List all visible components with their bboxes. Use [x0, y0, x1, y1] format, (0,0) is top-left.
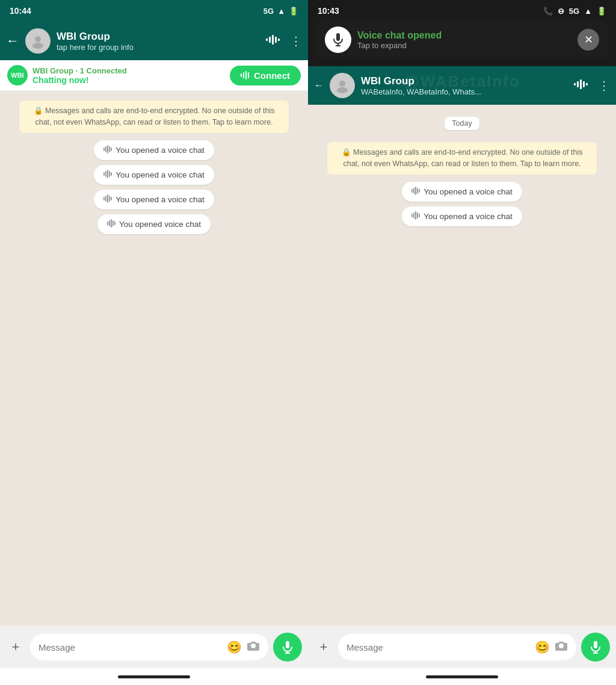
left-battery-icon: 🔋 [289, 7, 298, 16]
right-battery-icon: 🔋 [597, 7, 606, 16]
svg-rect-14 [109, 146, 110, 152]
left-network: 5G [263, 7, 274, 16]
svg-rect-43 [586, 83, 588, 85]
right-mic-circle [325, 26, 351, 53]
right-message-input[interactable] [346, 642, 530, 652]
left-emoji-icon[interactable]: 😊 [227, 640, 242, 654]
svg-rect-6 [278, 39, 280, 41]
right-camera-icon[interactable] [555, 640, 568, 654]
right-time: 10:43 [318, 6, 339, 16]
left-voice-msg-icon-3 [103, 194, 112, 205]
left-voice-msg-icon-4 [107, 219, 116, 229]
svg-rect-24 [109, 196, 110, 202]
left-status-icons: 5G ▲ 🔋 [263, 7, 298, 16]
svg-rect-7 [241, 73, 242, 77]
left-home-indicator [118, 675, 190, 678]
right-header-info[interactable]: WBI Group WABetaInfo, WABetaInfo, Whats.… [361, 75, 568, 96]
svg-rect-44 [411, 189, 413, 193]
svg-rect-29 [112, 220, 114, 226]
right-more-icon[interactable]: ⋮ [598, 78, 610, 93]
svg-rect-17 [105, 171, 106, 177]
left-signal-icon: ▲ [277, 7, 285, 16]
right-group-name: WBI Group [361, 75, 568, 87]
svg-rect-39 [574, 83, 576, 85]
svg-point-1 [32, 43, 43, 49]
svg-rect-30 [114, 222, 116, 225]
right-date-divider: Today [315, 117, 609, 130]
left-message-field[interactable]: 😊 [30, 634, 268, 660]
svg-rect-28 [111, 219, 112, 228]
svg-rect-3 [269, 37, 271, 43]
svg-rect-2 [266, 39, 268, 41]
svg-rect-54 [594, 641, 597, 648]
svg-rect-4 [272, 35, 274, 45]
right-back-button[interactable]: ← [314, 80, 324, 91]
left-voice-msg-text-4: You opened voice chat [119, 220, 201, 229]
left-plus-button[interactable]: + [6, 637, 25, 657]
left-header-info[interactable]: WBI Group tap here for group info [57, 31, 260, 52]
left-connect-button[interactable]: Connect [230, 66, 301, 85]
svg-rect-12 [105, 146, 106, 152]
left-avatar [25, 28, 51, 54]
right-waveform-icon[interactable] [574, 78, 590, 93]
left-group-name: WBI Group [57, 31, 260, 43]
left-voice-msg-1[interactable]: You opened a voice chat [94, 140, 214, 160]
right-input-bar: + 😊 [308, 626, 616, 668]
left-mic-button[interactable] [273, 633, 302, 662]
left-camera-icon[interactable] [247, 640, 260, 654]
svg-rect-51 [415, 211, 416, 220]
right-message-field[interactable]: 😊 [338, 634, 576, 660]
right-notif-title: Voice chat opened [357, 30, 571, 41]
right-chat-container: ← WBI Group WABetaInfo, WABetaInfo, What… [308, 66, 616, 685]
svg-rect-11 [103, 147, 105, 151]
svg-rect-19 [109, 171, 110, 177]
right-phone-panel: 10:43 📞 ⊖ 5G ▲ 🔋 Voice chat opened [308, 0, 616, 685]
svg-point-0 [35, 36, 41, 42]
left-back-button[interactable]: ← [6, 33, 19, 49]
right-notif-subtitle: Tap to expand [357, 41, 571, 50]
svg-rect-34 [336, 33, 340, 41]
left-time: 10:44 [10, 6, 31, 16]
right-voice-msg-icon-2 [411, 211, 420, 222]
right-chat-body: Today 🔒 Messages and calls are end-to-en… [308, 105, 616, 626]
left-waveform-icon[interactable] [266, 34, 282, 49]
left-encryption-notice[interactable]: 🔒 Messages and calls are end-to-end encr… [19, 101, 289, 133]
left-voice-msg-text-3: You opened a voice chat [116, 195, 204, 204]
left-chat-header: ← WBI Group tap here for group info ⋮ [0, 22, 308, 60]
left-more-icon[interactable]: ⋮ [290, 34, 302, 48]
right-avatar [330, 73, 355, 98]
right-emoji-icon[interactable]: 😊 [535, 640, 550, 654]
right-voice-notification[interactable]: Voice chat opened Tap to expand ✕ [316, 20, 608, 59]
svg-rect-46 [415, 187, 416, 195]
svg-rect-10 [248, 72, 249, 78]
svg-rect-18 [107, 170, 108, 178]
right-chat-header: ← WBI Group WABetaInfo, WABetaInfo, What… [308, 66, 616, 105]
left-voice-msg-3[interactable]: You opened a voice chat [94, 190, 214, 209]
left-message-input[interactable] [38, 642, 222, 652]
svg-rect-5 [275, 37, 277, 43]
right-voice-msg-2[interactable]: You opened a voice chat [402, 206, 522, 226]
left-header-subtitle: tap here for group info [57, 43, 260, 52]
svg-rect-23 [107, 194, 108, 203]
left-wbi-badge: WBI [7, 65, 28, 85]
left-voice-msg-4[interactable]: You opened voice chat [97, 214, 211, 234]
svg-rect-49 [411, 214, 413, 217]
right-voice-msg-text-1: You opened a voice chat [424, 187, 512, 196]
right-plus-button[interactable]: + [314, 637, 333, 657]
left-input-bar: + 😊 [0, 626, 308, 668]
left-connected-text: WBI Group · 1 Connected [32, 66, 225, 75]
svg-rect-53 [419, 214, 420, 217]
right-encryption-notice[interactable]: 🔒 Messages and calls are end-to-end encr… [327, 142, 597, 175]
right-voice-msg-1[interactable]: You opened a voice chat [402, 182, 522, 202]
left-banner-text: WBI Group · 1 Connected Chatting now! [32, 66, 225, 85]
svg-rect-22 [105, 196, 106, 202]
right-mic-button[interactable] [581, 633, 610, 662]
left-voice-msg-2[interactable]: You opened a voice chat [94, 165, 214, 185]
svg-rect-40 [577, 81, 579, 87]
left-phone-panel: 10:44 5G ▲ 🔋 ← WBI Group tap here for gr… [0, 0, 308, 685]
svg-rect-8 [243, 72, 244, 78]
svg-rect-13 [107, 145, 108, 153]
svg-rect-16 [103, 172, 105, 176]
right-block-icon: ⊖ [558, 7, 564, 16]
right-notif-close-button[interactable]: ✕ [578, 29, 599, 51]
